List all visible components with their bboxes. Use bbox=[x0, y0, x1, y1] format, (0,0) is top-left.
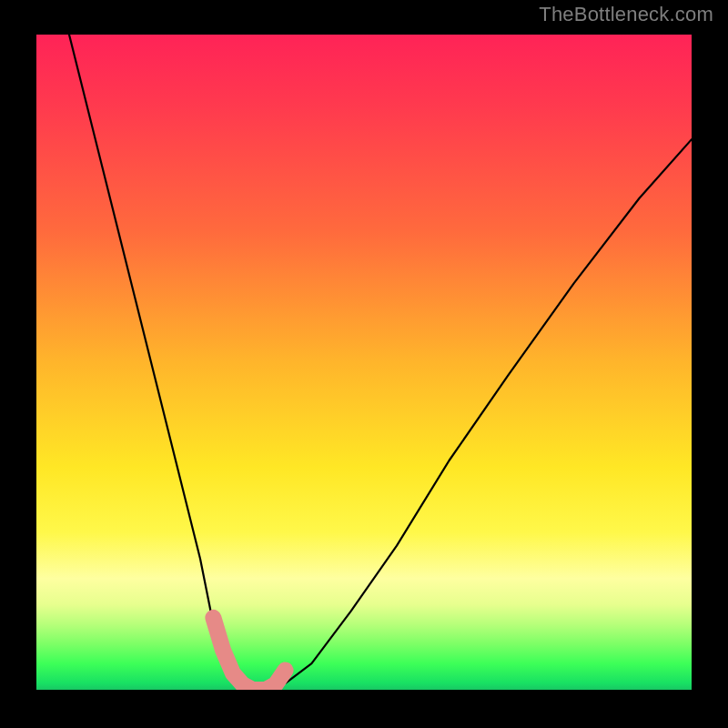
plot-area bbox=[36, 35, 692, 690]
bottleneck-curve bbox=[69, 35, 692, 690]
chart-frame: TheBottleneck.com bbox=[0, 0, 728, 728]
accent-segment bbox=[213, 618, 285, 690]
curve-layer bbox=[36, 35, 692, 690]
watermark-text: TheBottleneck.com bbox=[539, 3, 713, 26]
